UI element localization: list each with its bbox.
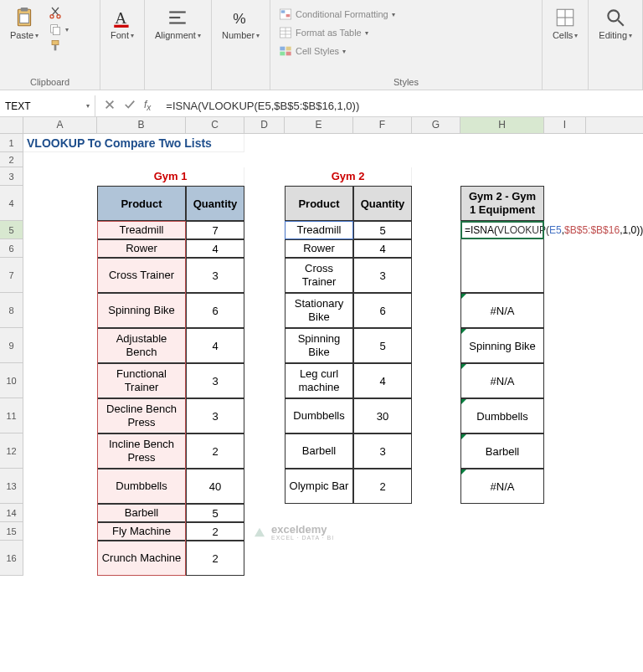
row-header[interactable]: 15 [0,522,23,541]
cell[interactable]: Quantity [186,186,244,221]
row-header[interactable]: 14 [0,504,23,522]
alignment-button[interactable]: Alignment▾ [152,5,204,42]
row-header[interactable]: 2 [0,152,23,167]
cell[interactable]: #N/A [460,469,544,504]
cell[interactable]: Gym 2 [285,167,412,186]
cell[interactable]: Spinning Bike [285,328,353,363]
cell[interactable]: Dumbbells [285,398,353,433]
cell[interactable]: Dumbbells [460,398,544,433]
cell[interactable]: 2 [186,433,244,469]
cells-area[interactable]: VLOOKUP To Compare Two ListsGym 1Gym 2Pr… [23,134,643,576]
row-header[interactable]: 4 [0,186,23,221]
row-header[interactable]: 10 [0,363,23,398]
cell[interactable]: Spinning Bike [460,328,544,363]
cell[interactable]: Gym 1 [97,167,244,186]
cell[interactable]: 3 [353,258,412,293]
format-painter-button[interactable] [47,38,70,54]
cell[interactable]: #N/A [460,363,544,398]
cell[interactable]: Leg curl machine [285,363,353,398]
cell[interactable]: Rower [97,239,186,258]
column-header[interactable]: F [353,117,412,133]
format-as-table-button[interactable]: Format as Table▾ [277,25,397,40]
cell[interactable]: 40 [186,469,244,504]
cell[interactable]: 3 [353,433,412,469]
cancel-formula-button[interactable] [104,99,116,113]
cell[interactable]: Barbell [97,504,186,522]
cell[interactable]: Treadmill [97,221,186,239]
cell[interactable]: Dumbbells [97,469,186,504]
number-button[interactable]: % Number▾ [219,5,263,42]
column-header[interactable]: A [23,117,97,133]
row-header[interactable]: 7 [0,258,23,293]
cell[interactable]: Barbell [285,433,353,469]
cell[interactable]: 4 [353,363,412,398]
cell[interactable]: 3 [186,398,244,433]
cell[interactable]: Stationary Bike [285,293,353,328]
cell[interactable]: 30 [353,398,412,433]
cell[interactable]: Treadmill [285,221,353,239]
cell[interactable]: Adjustable Bench [97,328,186,363]
cell[interactable]: 4 [186,239,244,258]
cell[interactable]: Rower [285,239,353,258]
cells-button[interactable]: Cells▾ [549,5,581,42]
cell[interactable]: 4 [353,239,412,258]
cell[interactable]: 3 [186,363,244,398]
font-button[interactable]: A Font▾ [107,5,137,42]
cell[interactable]: Crunch Machine [97,541,186,576]
cell[interactable]: Product [97,186,186,221]
formula-input[interactable]: =ISNA(VLOOKUP(E5,$B$5:$B$16,1,0)) [159,100,643,112]
chevron-down-icon[interactable]: ▾ [86,102,90,110]
cell[interactable]: 5 [186,504,244,522]
editing-cell[interactable]: =ISNA(VLOOKUP(E5,$B$5:$B$16,1,0)) [460,221,544,293]
cell[interactable]: Quantity [353,186,412,221]
paste-button[interactable]: Paste▾ [7,5,42,42]
cell[interactable]: 7 [186,221,244,239]
column-header[interactable]: H [460,117,544,133]
cut-button[interactable] [47,5,70,20]
column-header[interactable]: C [186,117,244,133]
row-header[interactable]: 3 [0,167,23,186]
row-header[interactable]: 12 [0,433,23,469]
row-header[interactable]: 13 [0,469,23,504]
column-header[interactable]: D [244,117,285,133]
cell[interactable]: 4 [186,328,244,363]
column-header[interactable]: E [285,117,353,133]
cell[interactable]: Spinning Bike [97,293,186,328]
column-header[interactable]: I [544,117,586,133]
copy-button[interactable]: ▾ [47,22,70,37]
select-all-corner[interactable] [0,117,23,133]
row-header[interactable]: 9 [0,328,23,363]
cell[interactable]: 2 [186,522,244,541]
cell[interactable]: Gym 2 - Gym 1 Equipment [460,186,544,221]
row-header[interactable]: 11 [0,398,23,433]
confirm-formula-button[interactable] [124,99,136,113]
cell[interactable]: Product [285,186,353,221]
editing-button[interactable]: Editing▾ [595,5,635,42]
cell[interactable]: 3 [186,258,244,293]
cell[interactable]: Fly Machine [97,522,186,541]
cell[interactable]: 5 [353,328,412,363]
name-box[interactable]: TEXT▾ [0,95,95,116]
row-header[interactable]: 5 [0,221,23,239]
cell[interactable]: Cross Trainer [97,258,186,293]
column-header[interactable]: G [412,117,460,133]
fx-button[interactable]: fx [144,99,151,112]
row-header[interactable]: 6 [0,239,23,258]
row-header[interactable]: 1 [0,134,23,152]
cell[interactable]: 2 [353,469,412,504]
cell[interactable]: Olympic Bar [285,469,353,504]
row-header[interactable]: 16 [0,541,23,576]
cell[interactable]: VLOOKUP To Compare Two Lists [23,134,244,152]
cell[interactable]: Functional Trainer [97,363,186,398]
cell[interactable]: Incline Bench Press [97,433,186,469]
cell[interactable]: #N/A [460,293,544,328]
cell-styles-button[interactable]: Cell Styles▾ [277,44,397,59]
conditional-formatting-button[interactable]: Conditional Formatting▾ [277,7,397,22]
cell[interactable]: 2 [186,541,244,576]
cell[interactable]: 5 [353,221,412,239]
row-header[interactable]: 8 [0,293,23,328]
cell[interactable]: Cross Trainer [285,258,353,293]
column-header[interactable]: B [97,117,186,133]
cell[interactable]: Decline Bench Press [97,398,186,433]
cell[interactable]: 6 [353,293,412,328]
